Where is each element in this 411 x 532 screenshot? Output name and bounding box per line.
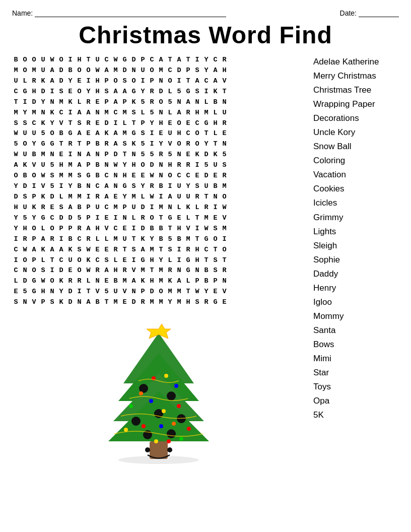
grid-cell: M [157, 265, 166, 276]
grid-cell: U [112, 287, 121, 297]
grid-cell: O [76, 265, 85, 276]
grid-cell: U [139, 65, 148, 76]
grid-cell: O [175, 118, 184, 129]
grid-cell: K [212, 87, 221, 97]
grid-cell: E [175, 213, 184, 224]
word-item: Cookies [313, 182, 399, 196]
grid-cell: W [39, 171, 48, 181]
grid-cell: S [12, 118, 21, 129]
svg-point-18 [177, 404, 181, 408]
grid-cell: T [202, 128, 212, 139]
grid-cell: M [66, 160, 76, 171]
grid-cell: H [175, 224, 184, 234]
grid-cell: S [212, 265, 221, 276]
grid-cell: W [94, 65, 103, 76]
grid-cell: P [148, 76, 157, 87]
grid-cell: U [175, 181, 184, 192]
grid-cell: D [30, 97, 39, 108]
grid-cell: 5 [48, 181, 57, 192]
grid-cell: I [212, 203, 221, 213]
grid-cell: C [103, 171, 112, 181]
grid-cell: E [103, 276, 112, 287]
grid-cell: T [202, 192, 212, 203]
grid-cell: U [184, 192, 193, 203]
grid-cell: H [184, 297, 193, 308]
grid-cell: L [85, 276, 94, 287]
word-item: Mimi [313, 352, 399, 366]
grid-cell: H [57, 160, 66, 171]
grid-cell: R [221, 55, 230, 65]
grid-cell: R [94, 192, 103, 203]
grid-cell: G [39, 213, 48, 224]
grid-cell: A [103, 265, 112, 276]
grid-cell: A [121, 87, 130, 97]
grid-cell: D [66, 287, 76, 297]
grid-row: CGHDISEOYHSAAGYRDL5GSIKT [12, 87, 305, 97]
grid-cell: S [103, 87, 112, 97]
grid-cell: R [221, 118, 230, 129]
grid-cell: V [166, 139, 175, 150]
word-list: Adelae KatherineMerry ChristmasChristmas… [313, 55, 399, 466]
grid-cell: P [57, 224, 66, 234]
word-item: Icicles [313, 196, 399, 210]
word-item: Star [313, 366, 399, 380]
grid-cell: B [21, 171, 30, 181]
grid-cell: A [166, 192, 175, 203]
grid-cell: U [121, 234, 130, 245]
tree-area [12, 313, 305, 466]
grid-cell: G [30, 276, 39, 287]
grid-cell: N [166, 203, 175, 213]
grid-row: CNOSIDEOWRAHRVMTMRNGNBSR [12, 265, 305, 276]
grid-cell: E [121, 255, 130, 266]
grid-cell: O [148, 65, 157, 76]
grid-cell: K [66, 245, 76, 255]
grid-cell: M [202, 108, 212, 118]
grid-cell: O [148, 213, 157, 224]
grid-cell: H [112, 265, 121, 276]
grid-cell: U [21, 128, 30, 139]
grid-cell: V [221, 76, 230, 87]
grid-cell: N [221, 139, 230, 150]
svg-point-31 [167, 447, 172, 452]
grid-cell: O [57, 55, 66, 65]
grid-cell: B [202, 276, 212, 287]
svg-point-27 [179, 437, 183, 441]
grid-cell: K [85, 255, 94, 266]
grid-cell: I [48, 265, 57, 276]
grid-cell: I [175, 76, 184, 87]
grid-cell: R [184, 245, 193, 255]
grid-cell: G [212, 297, 221, 308]
grid-cell: A [112, 87, 121, 97]
word-item: Adelae Katherine [313, 55, 399, 69]
grid-cell: S [193, 65, 202, 76]
grid-cell: P [85, 203, 94, 213]
grid-cell: N [85, 181, 94, 192]
grid-cell: T [103, 297, 112, 308]
grid-cell: 5 [48, 160, 57, 171]
svg-point-20 [162, 409, 166, 413]
grid-cell: Y [202, 139, 212, 150]
grid-cell: T [221, 255, 230, 266]
grid-cell: A [175, 108, 184, 118]
grid-cell: I [94, 213, 103, 224]
grid-cell: A [12, 160, 21, 171]
grid-cell: M [139, 265, 148, 276]
grid-cell: M [30, 65, 39, 76]
word-grid: BOOUWOIHTUCWGDPCATATIYCRMOMUADBOOWAMDNUO… [12, 55, 305, 308]
grid-cell: C [12, 245, 21, 255]
grid-cell: I [193, 160, 202, 171]
grid-cell: S [193, 297, 202, 308]
grid-cell: W [112, 55, 121, 65]
word-item: Opa [313, 394, 399, 408]
grid-cell: Y [148, 118, 157, 129]
grid-cell: O [139, 160, 148, 171]
grid-cell: A [48, 245, 57, 255]
grid-cell: T [212, 139, 221, 150]
page-title: Christmas Word Find [12, 21, 399, 49]
grid-cell: I [30, 181, 39, 192]
grid-cell: N [94, 150, 103, 160]
grid-cell: O [21, 55, 30, 65]
grid-cell: V [39, 181, 48, 192]
grid-cell: A [76, 108, 85, 118]
grid-cell: S [103, 255, 112, 266]
